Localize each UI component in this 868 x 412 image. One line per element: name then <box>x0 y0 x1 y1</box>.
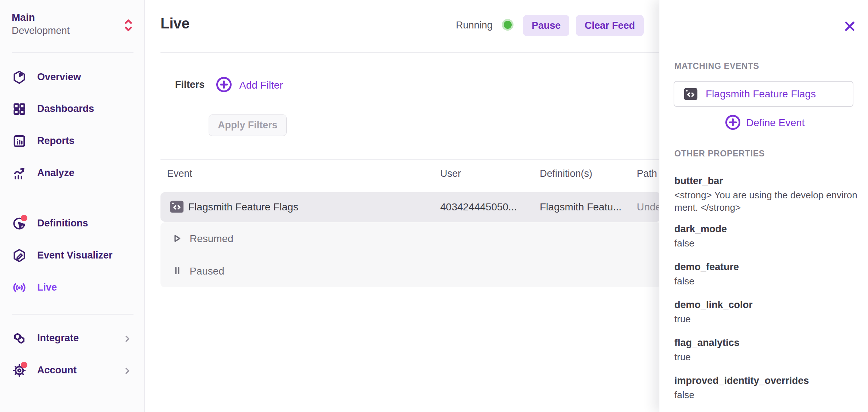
sidebar-item-account[interactable]: Account <box>0 359 145 382</box>
workspace-environment: Development <box>12 24 132 37</box>
sidebar-item-overview[interactable]: Overview <box>0 66 145 89</box>
property-key: butter_bar <box>674 175 859 187</box>
integrate-icon <box>12 331 27 346</box>
page-title: Live <box>160 15 190 32</box>
sidebar-item-label: Dashboards <box>37 103 94 114</box>
matching-event-label: Flagsmith Feature Flags <box>706 88 816 100</box>
workspace-sort-chevrons-icon <box>122 18 135 34</box>
add-filter-button[interactable]: Add Filter <box>239 79 283 91</box>
pause-icon <box>171 265 183 276</box>
user-id: 403424445050... <box>440 201 517 213</box>
table-header: Event User Definition(s) Path <box>160 166 659 183</box>
event-details-panel: MATCHING EVENTS Flagsmith Feature Flags … <box>659 0 868 412</box>
workspace-switcher[interactable]: Main Development <box>12 11 132 37</box>
property-key: improved_identity_overrides <box>674 375 859 387</box>
property-item: butter_bar <strong> You are using the de… <box>674 175 859 214</box>
sidebar-item-dashboards[interactable]: Dashboards <box>0 98 145 120</box>
code-window-icon <box>168 198 185 215</box>
property-value: true <box>674 351 859 363</box>
filters-label: Filters <box>175 79 205 90</box>
clear-feed-button[interactable]: Clear Feed <box>576 15 644 36</box>
sidebar-item-label: Event Visualizer <box>37 250 113 261</box>
close-icon[interactable] <box>843 19 857 33</box>
matching-events-heading: MATCHING EVENTS <box>674 61 759 71</box>
feed-status-label: Running <box>456 20 493 31</box>
topbar-divider <box>160 52 659 53</box>
notification-badge <box>21 362 27 368</box>
column-header-user[interactable]: User <box>440 168 461 179</box>
live-broadcast-icon <box>12 280 27 295</box>
workspace-name: Main <box>12 11 132 24</box>
property-key: flag_analytics <box>674 337 859 349</box>
account-gear-icon <box>12 363 27 378</box>
chevron-right-icon <box>122 365 133 376</box>
sidebar-item-integrate[interactable]: Integrate <box>0 327 145 350</box>
sidebar-item-label: Definitions <box>37 218 88 229</box>
sidebar-divider <box>12 314 133 315</box>
property-key: demo_feature <box>674 261 859 273</box>
sidebar-divider <box>12 52 133 53</box>
chevron-right-icon <box>122 333 133 344</box>
property-value: <strong> You are using the develop envir… <box>674 189 859 214</box>
definition-name: Flagsmith Featu... <box>540 201 621 213</box>
event-name: Resumed <box>190 233 233 245</box>
column-header-definitions[interactable]: Definition(s) <box>540 168 592 179</box>
notification-badge <box>21 215 27 221</box>
sidebar-item-label: Reports <box>37 135 74 147</box>
table-row-resumed[interactable]: Resumed <box>160 222 659 254</box>
sidebar-item-label: Account <box>37 365 77 376</box>
sidebar-item-label: Live <box>37 282 57 293</box>
sidebar-item-label: Analyze <box>37 167 74 179</box>
apply-filters-button[interactable]: Apply Filters <box>209 114 287 136</box>
table-divider <box>160 159 659 160</box>
event-name: Flagsmith Feature Flags <box>188 201 298 213</box>
property-key: demo_link_color <box>674 299 859 311</box>
code-window-icon <box>674 86 699 102</box>
property-value: false <box>674 275 859 287</box>
status-green-dot <box>504 21 512 29</box>
table-row-flagsmith[interactable]: Flagsmith Feature Flags 403424445050... … <box>160 192 659 222</box>
property-item: demo_link_color true <box>674 299 859 325</box>
sidebar-item-definitions[interactable]: Definitions <box>0 212 145 235</box>
property-key: dark_mode <box>674 223 859 235</box>
sidebar-item-live[interactable]: Live <box>0 276 145 299</box>
event-visualizer-icon <box>12 248 27 263</box>
property-value: false <box>674 389 859 401</box>
play-icon <box>171 232 183 245</box>
sidebar-item-event-visualizer[interactable]: Event Visualizer <box>0 244 145 267</box>
sidebar-item-analyze[interactable]: Analyze <box>0 162 145 184</box>
property-item: demo_feature false <box>674 261 859 287</box>
path-value: Unde <box>637 201 659 213</box>
plus-circle-icon[interactable] <box>215 76 233 93</box>
property-value: true <box>674 313 859 325</box>
definitions-icon <box>12 216 27 231</box>
pause-button[interactable]: Pause <box>523 15 569 36</box>
sidebar-item-label: Overview <box>37 71 81 83</box>
overview-icon <box>12 70 27 85</box>
column-header-path[interactable]: Path <box>637 168 657 179</box>
property-item: improved_identity_overrides false <box>674 375 859 401</box>
sidebar-item-reports[interactable]: Reports <box>0 130 145 152</box>
property-item: dark_mode false <box>674 223 859 249</box>
plus-circle-icon[interactable] <box>724 114 741 131</box>
column-header-event[interactable]: Event <box>167 168 192 179</box>
sidebar-item-label: Integrate <box>37 333 79 344</box>
dashboards-icon <box>12 102 27 116</box>
analyze-icon <box>12 166 27 180</box>
event-name: Paused <box>190 265 224 277</box>
other-properties-heading: OTHER PROPERTIES <box>674 149 765 159</box>
property-item: flag_analytics true <box>674 337 859 363</box>
sidebar: Main Development Overview Dashboards Rep… <box>0 0 145 412</box>
main-content: Live Running Pause Clear Feed Filters Ad… <box>145 0 659 412</box>
property-value: false <box>674 237 859 249</box>
feed-rows-block: Resumed Paused <box>160 222 659 287</box>
define-event-button[interactable]: Define Event <box>746 117 805 129</box>
matching-event-card[interactable]: Flagsmith Feature Flags <box>674 81 853 107</box>
table-row-paused[interactable]: Paused <box>160 254 659 287</box>
reports-icon <box>12 134 27 148</box>
